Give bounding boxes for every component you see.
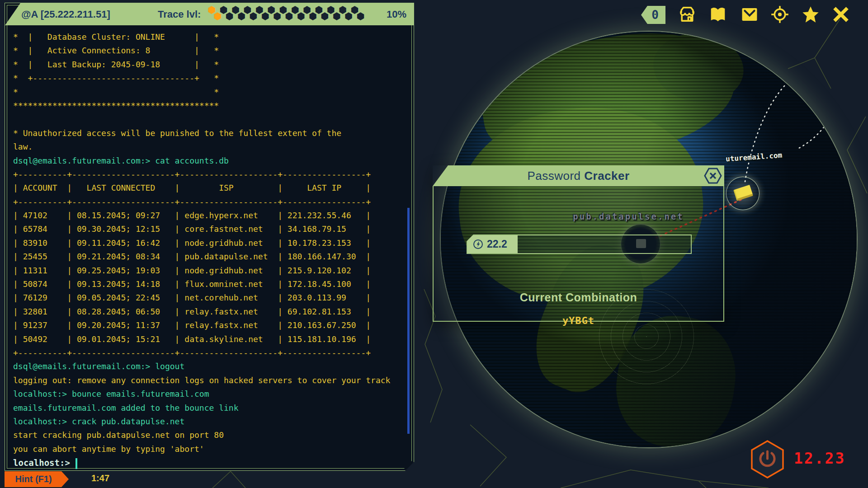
- terminal-line: you can abort anytime by typing 'abort': [13, 442, 414, 456]
- terminal-line: * Unauthorized access will be punished t…: [13, 127, 414, 140]
- terminal-line: dsql@emails.futuremail.com:> cat account…: [13, 154, 414, 168]
- journal-button[interactable]: [709, 5, 727, 23]
- terminal-line: | 50874 | 09.13.2045; 14:18 | flux.omnin…: [13, 277, 414, 291]
- trace-hex: ⬢: [321, 11, 332, 21]
- terminal-line: | 50492 | 09.01.2045; 15:21 | data.skyli…: [13, 333, 414, 346]
- text-cursor: [75, 458, 77, 469]
- book-icon: [709, 5, 727, 23]
- hint-button[interactable]: Hint (F1): [5, 471, 69, 487]
- shop-icon: [678, 5, 696, 23]
- terminal-line: [13, 113, 414, 126]
- password-cracker-dialog: Password Cracker 22.2 Current Combinatio…: [433, 165, 724, 322]
- progress-value: 22.2: [487, 238, 507, 250]
- terminal-line: | ACCOUNT | LAST CONNECTED | ISP | LAST …: [13, 181, 414, 195]
- target-icon: [771, 5, 789, 23]
- coin-count: 0: [648, 8, 659, 22]
- terminal-line: | 65784 | 09.30.2045; 12:15 | core.fastn…: [13, 222, 414, 236]
- terminal-scrollbar[interactable]: [407, 208, 410, 434]
- trace-hex: ⬢: [332, 11, 344, 21]
- prompt-text: localhost:>: [13, 458, 70, 468]
- shop-button[interactable]: [678, 5, 696, 23]
- terminal-line: | 83910 | 09.11.2045; 16:42 | node.gridh…: [13, 236, 414, 250]
- close-hexagon-icon: [704, 167, 722, 184]
- terminal-line: +----------+---------------------+------…: [13, 168, 414, 181]
- trace-level-label: Trace lvl:: [158, 9, 201, 20]
- dialog-body: 22.2 Current Combination yYBGt: [433, 186, 724, 322]
- terminal-line: dsql@emails.futuremail.com:> logout: [13, 360, 414, 373]
- terminal-line: law.: [13, 140, 414, 154]
- node-futuremail[interactable]: [726, 177, 760, 210]
- power-button[interactable]: [750, 440, 785, 479]
- close-app-button[interactable]: [832, 5, 850, 23]
- mail-button[interactable]: [741, 5, 759, 23]
- trace-hex: ⬢: [249, 11, 261, 21]
- terminal-output: * | Database Cluster: ONLINE | ** | Acti…: [13, 30, 414, 456]
- countdown-label: 12.23: [794, 450, 845, 467]
- trace-hex: ⬢: [297, 11, 308, 21]
- hint-timer: 1:47: [91, 473, 109, 483]
- terminal-body[interactable]: * | Database Cluster: ONLINE | ** | Acti…: [5, 25, 414, 470]
- terminal-line: | 11311 | 09.25.2045; 19:03 | node.gridh…: [13, 264, 414, 277]
- satellite-icon: [733, 185, 753, 201]
- power-hexagon: [750, 440, 785, 479]
- trace-hex: ⬢: [213, 11, 225, 21]
- dialog-header: Password Cracker: [433, 165, 724, 186]
- coin-badge[interactable]: 0: [641, 6, 665, 24]
- terminal-line: | 32801 | 08.28.2045; 06:50 | relay.fast…: [13, 305, 414, 319]
- dialog-close-button[interactable]: [704, 167, 722, 184]
- terminal-line: * *: [13, 85, 414, 99]
- satellite-orbit-path: [745, 67, 839, 182]
- terminal-line: ****************************************…: [13, 99, 414, 113]
- trace-dots: ⬢⬢⬢⬢⬢⬢⬢⬢⬢⬢⬢⬢⬢⬢⬢⬢⬢⬢⬢⬢⬢⬢⬢⬢⬢⬢: [208, 5, 368, 20]
- terminal-line: localhost:> bounce emails.futuremail.com: [13, 387, 414, 401]
- terminal-line: | 91237 | 09.20.2045; 11:37 | relay.fast…: [13, 319, 414, 332]
- terminal-line: localhost:> crack pub.datapulse.net: [13, 415, 414, 428]
- command-prompt[interactable]: localhost:>: [13, 456, 414, 469]
- progress-bar: 22.2: [467, 235, 692, 254]
- progress-fill: 22.2: [467, 235, 518, 253]
- trace-hex: ⬢: [344, 11, 356, 21]
- terminal-line: emails.futuremail.com added to the bounc…: [13, 401, 414, 415]
- current-combination-label: Current Combination: [434, 291, 723, 304]
- mail-icon: [741, 5, 759, 23]
- terminal-line: * | Last Backup: 2045-09-18 | *: [13, 58, 414, 71]
- terminal-line: | 47102 | 08.15.2045; 09:27 | edge.hyper…: [13, 209, 414, 222]
- terminal-line: +----------+---------------------+------…: [13, 346, 414, 360]
- trace-hex: ⬢: [285, 11, 297, 21]
- terminal-line: start cracking pub.datapulse.net on port…: [13, 428, 414, 442]
- trace-hex: ⬢: [309, 11, 321, 21]
- trace-hex: ⬢: [356, 11, 368, 21]
- terminal-line: * | Active Connections: 8 | *: [13, 44, 414, 57]
- close-icon: [832, 5, 850, 23]
- scan-button[interactable]: [771, 5, 789, 23]
- trace-hex: ⬢: [225, 11, 237, 21]
- trace-percent: 10%: [387, 9, 406, 20]
- terminal-window: @A [25.222.211.51] Trace lvl: ⬢⬢⬢⬢⬢⬢⬢⬢⬢⬢…: [5, 3, 414, 471]
- connected-host-label: @A [25.222.211.51]: [21, 9, 110, 20]
- dialog-title: Password Cracker: [527, 169, 629, 183]
- terminal-line: | 76129 | 09.05.2045; 22:45 | net.corehu…: [13, 291, 414, 305]
- terminal-line: +----------+---------------------+------…: [13, 195, 414, 209]
- trace-hex: ⬢: [273, 11, 285, 21]
- star-icon: [802, 5, 820, 23]
- energy-icon: [473, 239, 483, 249]
- terminal-line: * | Database Cluster: ONLINE | *: [13, 30, 414, 44]
- terminal-line: logging out: remove any connection logs …: [13, 374, 414, 387]
- favorites-button[interactable]: [802, 5, 820, 23]
- terminal-line: * +---------------------------------+ *: [13, 71, 414, 85]
- terminal-line: | 25455 | 09.21.2045; 08:34 | pub.datapu…: [13, 250, 414, 263]
- terminal-header: @A [25.222.211.51] Trace lvl: ⬢⬢⬢⬢⬢⬢⬢⬢⬢⬢…: [5, 3, 414, 25]
- trace-hex: ⬢: [237, 11, 249, 21]
- combination-value: yYBGt: [434, 315, 723, 326]
- trace-hex: ⬢: [261, 11, 273, 21]
